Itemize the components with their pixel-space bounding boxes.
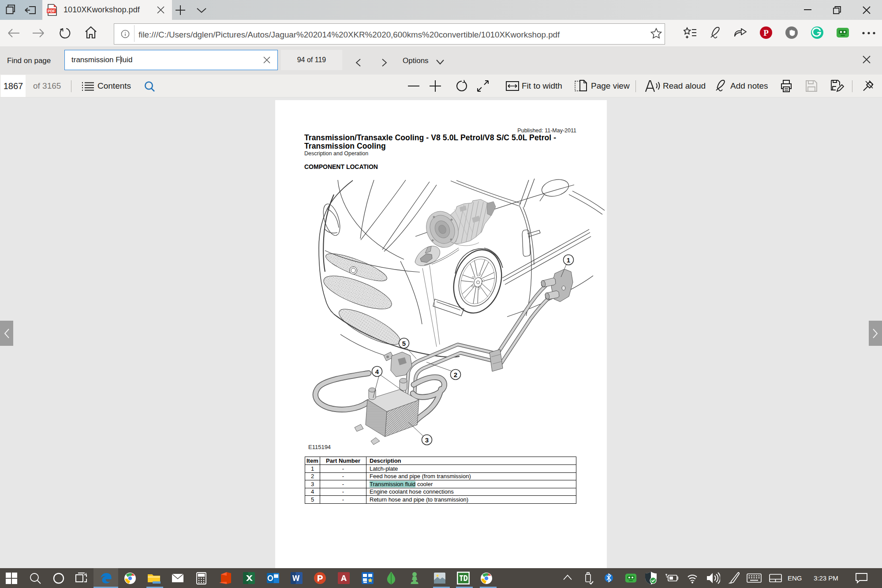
svg-text:2: 2 <box>454 371 457 378</box>
svg-text:4: 4 <box>375 368 379 375</box>
svg-text:3: 3 <box>425 436 429 444</box>
svg-text:1: 1 <box>567 256 570 264</box>
svg-text:PDF: PDF <box>48 9 55 13</box>
svg-text:5: 5 <box>402 340 406 347</box>
svg-text:P: P <box>763 28 769 37</box>
